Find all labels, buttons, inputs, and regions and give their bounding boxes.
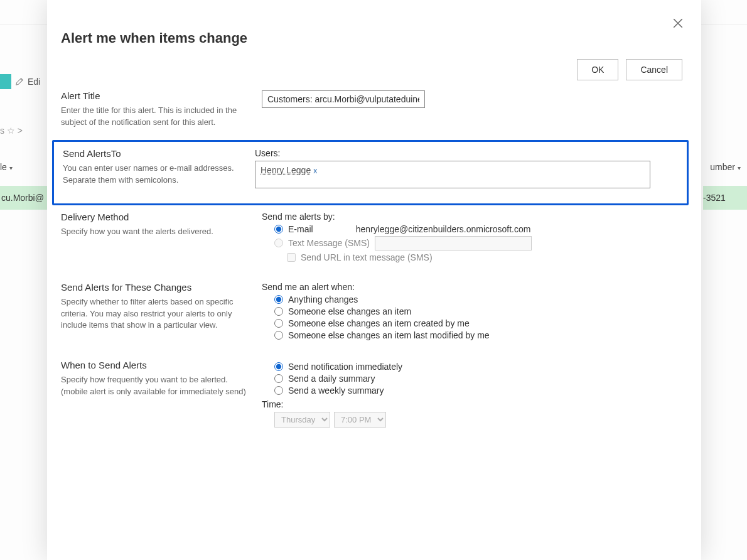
delivery-email-label: E-mail [288,224,313,234]
section-alert-title: Alert Title Enter the title for this ale… [47,84,696,140]
alert-title-heading: Alert Title [61,90,249,101]
when-desc: Specify how frequently you want to be al… [61,374,249,398]
top-button-row: OK Cancel [47,49,696,84]
time-day-select: Thursday [274,412,330,428]
bg-edit-label: Edi [28,77,40,87]
alert-title-input[interactable] [262,90,425,108]
bg-breadcrumb-star: s ☆ > [0,126,23,136]
changes-opt-created-by-me[interactable] [274,319,283,328]
changes-opt-someone-else[interactable] [274,307,283,316]
changes-opt3-label: Someone else changes an item created by … [288,318,470,328]
bg-edit-color-block [0,74,11,89]
send-to-desc: You can enter user names or e-mail addre… [63,163,242,186]
bg-row-cell-left[interactable]: cu.Morbi@ [0,186,47,210]
bg-edit-button[interactable]: Edi [0,74,40,89]
close-icon [672,18,684,29]
delivery-sms-radio [274,239,283,247]
bg-row-cell-right[interactable]: -3521 [703,186,747,210]
changes-desc: Specify whether to filter alerts based o… [61,296,249,332]
bg-col-header-left[interactable]: le▾ [0,162,13,172]
changes-group-label: Send me an alert when: [262,282,682,292]
section-when-send: When to Send Alerts Specify how frequent… [47,353,696,439]
time-hour-select: 7:00 PM [334,412,386,428]
when-opt1-label: Send notification immediately [288,362,402,372]
delivery-desc: Specify how you want the alerts delivere… [61,226,249,238]
chevron-down-icon: ▾ [9,164,13,171]
changes-opt1-label: Anything changes [288,294,358,304]
changes-heading: Send Alerts for These Changes [61,282,249,293]
users-people-picker[interactable]: Henry Leggex [255,161,650,188]
person-chip[interactable]: Henry Legge [261,165,311,175]
when-opt-daily[interactable] [274,374,283,383]
delivery-heading: Delivery Method [61,212,249,222]
send-url-label: Send URL in text message (SMS) [301,252,433,262]
time-label: Time: [262,399,682,409]
ok-button[interactable]: OK [577,59,618,80]
delivery-sms-input [375,236,532,250]
changes-opt4-label: Someone else changes an item last modifi… [288,330,490,340]
bg-col-header-right[interactable]: umber▾ [710,162,741,172]
changes-opt-anything[interactable] [274,295,283,304]
users-label: Users: [255,148,678,158]
send-url-checkbox [287,253,296,262]
section-send-alerts-to-highlight: Send AlertsTo You can enter user names o… [52,140,689,205]
changes-opt2-label: Someone else changes an item [288,306,411,316]
alert-dialog: Alert me when items change OK Cancel Ale… [47,0,701,560]
delivery-email-radio[interactable] [274,225,283,234]
chevron-down-icon: ▾ [738,164,741,171]
section-delivery-method: Delivery Method Specify how you want the… [47,205,696,276]
when-opt-weekly[interactable] [274,386,283,395]
dialog-scroll-area[interactable]: OK Cancel Alert Title Enter the title fo… [47,49,696,535]
delivery-group-label: Send me alerts by: [262,212,682,222]
delivery-sms-label: Text Message (SMS) [288,238,370,248]
delivery-email-value: henrylegge@citizenbuilders.onmicrosoft.c… [356,224,531,234]
when-heading: When to Send Alerts [61,360,249,370]
section-alert-changes: Send Alerts for These Changes Specify wh… [47,276,696,353]
dialog-title: Alert me when items change [61,30,247,46]
when-opt2-label: Send a daily summary [288,374,375,384]
pencil-icon [15,77,24,86]
when-opt3-label: Send a weekly summary [288,385,384,396]
cancel-button[interactable]: Cancel [626,59,682,80]
changes-opt-modified-by-me[interactable] [274,331,283,340]
when-opt-immediately[interactable] [274,362,283,371]
alert-title-desc: Enter the title for this alert. This is … [61,105,249,129]
close-button[interactable] [672,18,685,30]
remove-person-icon[interactable]: x [313,166,317,175]
send-to-heading: Send AlertsTo [63,148,242,159]
